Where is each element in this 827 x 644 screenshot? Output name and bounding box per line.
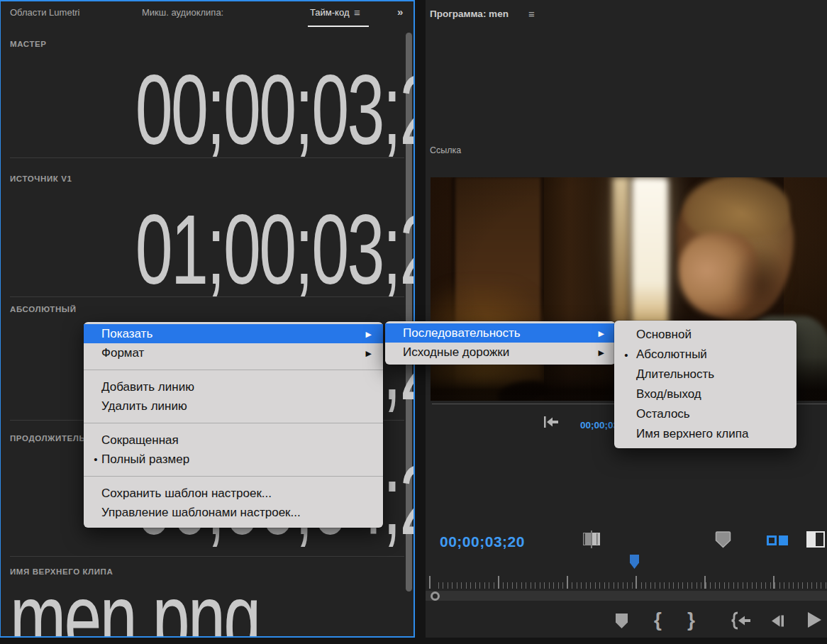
menu-item-source-tracks[interactable]: Исходные дорожки ▶ bbox=[385, 343, 616, 362]
timecode-panel: Области Lumetri Микш. аудиоклипа: Тайм-к… bbox=[0, 0, 415, 638]
menu-item-label: Показать bbox=[101, 327, 152, 341]
menu-separator bbox=[84, 423, 383, 423]
menu-item-label: Управление шаблонами настроек... bbox=[101, 506, 301, 520]
timeline-ruler[interactable] bbox=[429, 576, 827, 589]
tab-lumetri-scopes[interactable]: Области Lumetri bbox=[10, 7, 79, 18]
menu-item-label: Абсолютный bbox=[636, 348, 707, 362]
menu-item-top-clip-name[interactable]: Имя верхнего клипа bbox=[614, 424, 797, 444]
menu-item-show[interactable]: Показать ▶ bbox=[84, 324, 383, 343]
menu-item-sequence[interactable]: Последовательность ▶ bbox=[385, 323, 616, 343]
radio-bullet-icon: • bbox=[620, 349, 633, 361]
section-label-source-v1: ИСТОЧНИК V1 bbox=[10, 174, 72, 183]
program-panel-title: Программа: men bbox=[430, 9, 509, 19]
menu-item-duration[interactable]: Длительность bbox=[614, 365, 797, 384]
mark-in-button[interactable]: { bbox=[654, 609, 662, 631]
panel-menu-icon[interactable]: ≡ bbox=[528, 8, 535, 20]
step-back-button[interactable] bbox=[770, 614, 786, 631]
section-label-absolute: АБСОЛЮТНЫЙ bbox=[10, 305, 77, 313]
menu-item-remaining[interactable]: Осталось bbox=[614, 404, 797, 424]
menu-item-label: Имя верхнего клипа bbox=[636, 427, 748, 441]
comparison-view-filled-square bbox=[779, 535, 788, 545]
menu-item-label: Сохранить шаблон настроек... bbox=[101, 487, 272, 501]
timecode-source-v1[interactable]: 01;00;03;20 bbox=[135, 200, 396, 299]
sequence-submenu: Основной • Абсолютный Длительность Вход/… bbox=[614, 321, 797, 448]
section-divider bbox=[10, 157, 404, 158]
menu-item-label: Основной bbox=[636, 328, 692, 342]
timecode-master[interactable]: 00;00;03;20 bbox=[135, 60, 396, 160]
timecode-context-menu: Показать ▶ Формат ▶ Добавить линию Удали… bbox=[84, 322, 383, 528]
go-to-in-indicator-icon bbox=[543, 415, 560, 432]
menu-item-main[interactable]: Основной bbox=[614, 325, 797, 345]
premiere-workspace: Области Lumetri Микш. аудиоклипа: Тайм-к… bbox=[0, 0, 827, 644]
show-submenu: Последовательность ▶ Исходные дорожки ▶ bbox=[385, 321, 616, 365]
menu-item-manage-presets[interactable]: Управление шаблонами настроек... bbox=[84, 503, 383, 522]
menu-item-label: Полный размер bbox=[101, 453, 189, 467]
section-divider bbox=[10, 296, 404, 297]
menu-separator bbox=[84, 476, 383, 477]
top-clip-name-value: men.png bbox=[10, 569, 348, 638]
menu-item-full-size[interactable]: • Полный размер bbox=[84, 450, 383, 469]
submenu-arrow-icon: ▶ bbox=[599, 348, 604, 357]
panel-menu-icon[interactable]: ≡ bbox=[354, 6, 360, 18]
menu-item-add-line[interactable]: Добавить линию bbox=[84, 377, 383, 396]
menu-item-format[interactable]: Формат ▶ bbox=[84, 343, 383, 362]
menu-item-label: Удалить линию bbox=[101, 399, 187, 413]
marker-icon[interactable] bbox=[715, 531, 731, 551]
bottom-strip bbox=[0, 638, 827, 644]
menu-item-label: Вход/выход bbox=[636, 387, 701, 401]
menu-item-in-out[interactable]: Вход/выход bbox=[614, 384, 797, 404]
menu-item-label: Последовательность bbox=[403, 326, 521, 340]
current-timecode[interactable]: 00;00;03;20 bbox=[440, 533, 525, 550]
split-view-icon[interactable] bbox=[806, 531, 825, 548]
comparison-view-icon[interactable] bbox=[767, 535, 789, 545]
go-to-in-button[interactable] bbox=[729, 611, 752, 633]
comparison-view-outline-square bbox=[767, 535, 777, 545]
menu-item-label: Длительность bbox=[636, 367, 714, 382]
submenu-arrow-icon: ▶ bbox=[366, 348, 372, 358]
section-divider bbox=[10, 556, 404, 557]
play-button[interactable] bbox=[806, 611, 823, 632]
section-label-master: МАСТЕР bbox=[10, 40, 47, 48]
overflow-chevron-icon[interactable]: » bbox=[397, 6, 401, 18]
menu-item-absolute[interactable]: • Абсолютный bbox=[614, 345, 797, 365]
menu-item-label: Осталось bbox=[636, 407, 690, 421]
menu-item-abbreviated[interactable]: Сокращенная bbox=[84, 431, 383, 450]
menu-item-save-preset[interactable]: Сохранить шаблон настроек... bbox=[84, 484, 383, 503]
export-frame-icon[interactable] bbox=[582, 531, 601, 551]
submenu-arrow-icon: ▶ bbox=[599, 328, 604, 338]
mark-out-button[interactable]: } bbox=[687, 609, 695, 631]
menu-item-remove-line[interactable]: Удалить линию bbox=[84, 396, 383, 416]
menu-item-label: Формат bbox=[101, 346, 144, 360]
menu-item-label: Добавить линию bbox=[101, 380, 194, 394]
timeline-scroll-track[interactable] bbox=[426, 591, 827, 601]
radio-bullet-icon: • bbox=[89, 453, 102, 465]
menu-separator bbox=[84, 370, 383, 370]
tab-timecode[interactable]: Тайм-код bbox=[310, 7, 349, 18]
menu-item-label: Сокращенная bbox=[101, 433, 179, 448]
add-marker-button[interactable] bbox=[614, 613, 629, 632]
reference-label: Ссылка bbox=[430, 145, 461, 155]
active-tab-underline bbox=[308, 26, 369, 27]
menu-item-label: Исходные дорожки bbox=[403, 345, 509, 360]
tab-audio-clip-mixer[interactable]: Микш. аудиоклипа: bbox=[142, 7, 223, 18]
timeline-scroll-handle[interactable] bbox=[431, 592, 440, 601]
submenu-arrow-icon: ▶ bbox=[366, 329, 372, 339]
